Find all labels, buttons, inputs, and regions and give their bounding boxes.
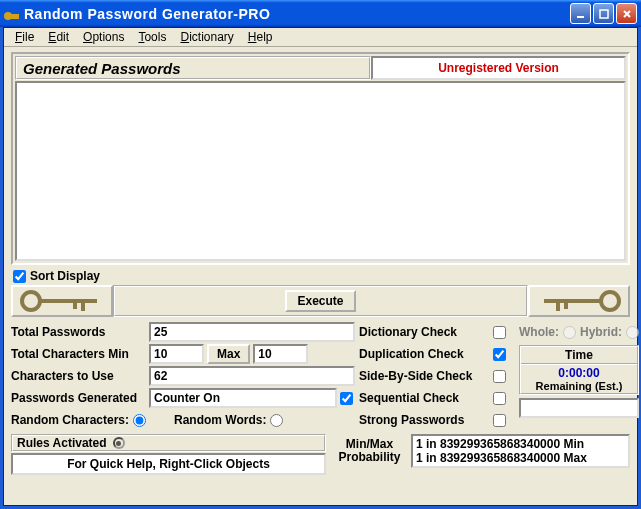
minimize-button[interactable] (570, 3, 591, 24)
strong-check[interactable] (493, 414, 506, 427)
pwds-generated-input[interactable] (149, 388, 337, 408)
menu-options[interactable]: Options (76, 29, 131, 45)
rules-indicator-icon (113, 437, 125, 449)
app-icon (4, 6, 20, 22)
menu-help[interactable]: Help (241, 29, 280, 45)
registration-status: Unregistered Version (371, 56, 626, 80)
svg-point-8 (601, 292, 619, 310)
random-chars-radio[interactable] (133, 414, 146, 427)
time-value: 0:00:00 (521, 366, 637, 380)
hybrid-label: Hybrid: (580, 325, 622, 339)
svg-rect-2 (577, 16, 584, 18)
seq-check-label: Sequential Check (359, 391, 493, 405)
svg-point-4 (22, 292, 40, 310)
chars-to-use-label: Characters to Use (11, 369, 149, 383)
dict-check[interactable] (493, 326, 506, 339)
key-button-right[interactable] (528, 285, 630, 317)
close-button[interactable] (616, 3, 637, 24)
chars-to-use-input[interactable] (149, 366, 355, 386)
total-passwords-label: Total Passwords (11, 325, 149, 339)
time-header: Time (521, 347, 637, 365)
menubar: File Edit Options Tools Dictionary Help (4, 28, 637, 47)
dup-check[interactable] (493, 348, 506, 361)
total-chars-min-label: Total Characters Min (11, 347, 149, 361)
chars-max-input[interactable] (253, 344, 308, 364)
sort-display-label: Sort Display (30, 269, 100, 283)
password-list[interactable] (15, 81, 626, 261)
total-passwords-input[interactable] (149, 322, 355, 342)
whole-label: Whole: (519, 325, 559, 339)
prob-label: Min/MaxProbability (332, 438, 407, 464)
dup-check-label: Duplication Check (359, 347, 493, 361)
sbs-check-label: Side-By-Side Check (359, 369, 493, 383)
hint-text: For Quick Help, Right-Click Objects (11, 453, 326, 475)
svg-rect-6 (73, 303, 77, 309)
panel-title: Generated Passwords (15, 56, 371, 80)
random-words-radio[interactable] (270, 414, 283, 427)
maximize-button[interactable] (593, 3, 614, 24)
key-button-left[interactable] (11, 285, 113, 317)
max-button[interactable]: Max (207, 344, 250, 364)
sort-display-checkbox[interactable] (13, 270, 26, 283)
window-title: Random Password Generator-PRO (24, 6, 570, 22)
whole-radio (563, 326, 576, 339)
time-remaining-label: Remaining (Est.) (521, 380, 637, 392)
hybrid-radio (626, 326, 639, 339)
svg-rect-3 (600, 10, 608, 18)
dict-check-label: Dictionary Check (359, 325, 493, 339)
svg-rect-9 (544, 299, 602, 303)
svg-rect-7 (81, 303, 85, 311)
titlebar: Random Password Generator-PRO (0, 0, 641, 27)
menu-edit[interactable]: Edit (41, 29, 76, 45)
svg-rect-5 (39, 299, 97, 303)
random-words-label: Random Words: (174, 413, 266, 427)
menu-dictionary[interactable]: Dictionary (173, 29, 240, 45)
execute-button[interactable]: Execute (285, 290, 355, 312)
prob-values: 1 in 839299365868340000 Min 1 in 8392993… (411, 434, 630, 468)
menu-tools[interactable]: Tools (131, 29, 173, 45)
seq-check[interactable] (493, 392, 506, 405)
chars-min-input[interactable] (149, 344, 204, 364)
svg-rect-11 (556, 303, 560, 311)
counter-checkbox[interactable] (340, 392, 353, 405)
time-extra-box (519, 398, 639, 418)
svg-rect-10 (564, 303, 568, 309)
time-box: Time 0:00:00 Remaining (Est.) (519, 345, 639, 395)
pwds-generated-label: Passwords Generated (11, 391, 149, 405)
sbs-check[interactable] (493, 370, 506, 383)
random-chars-label: Random Characters: (11, 413, 129, 427)
strong-check-label: Strong Passwords (359, 413, 493, 427)
menu-file[interactable]: File (8, 29, 41, 45)
rules-label: Rules Activated (17, 436, 107, 450)
